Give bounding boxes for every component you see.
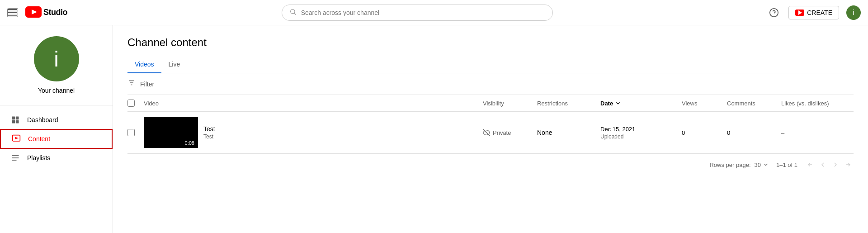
search-box[interactable]	[282, 5, 553, 21]
rows-per-page: Rows per page: 30	[709, 162, 769, 168]
youtube-logo-icon	[25, 6, 42, 19]
tab-videos[interactable]: Videos	[127, 56, 161, 73]
row-comments: 0	[727, 129, 781, 136]
row-checkbox[interactable]	[127, 129, 135, 136]
header-date-label: Date	[600, 100, 613, 107]
header-visibility: Visibility	[483, 100, 537, 107]
header-comments: Comments	[727, 100, 781, 107]
svg-point-2	[290, 10, 294, 14]
main-layout: i Your channel Dashboard	[0, 25, 868, 233]
page-navigation	[805, 159, 854, 170]
svg-marker-11	[15, 137, 19, 139]
header-restrictions: Restrictions	[537, 100, 600, 107]
search-input[interactable]	[301, 9, 545, 16]
row-restrictions: None	[537, 129, 600, 136]
rows-per-page-label: Rows per page:	[709, 162, 750, 168]
playlists-icon	[11, 153, 20, 162]
next-page-button[interactable]	[830, 159, 841, 170]
visibility-icon	[483, 129, 490, 136]
rows-dropdown-icon	[763, 162, 769, 168]
header-date[interactable]: Date	[600, 100, 682, 107]
last-page-button[interactable]	[843, 159, 854, 170]
sidebar: i Your channel Dashboard	[0, 25, 113, 233]
svg-rect-7	[16, 117, 19, 120]
table-header: Video Visibility Restrictions Date Views…	[127, 95, 854, 112]
dashboard-icon	[11, 115, 20, 124]
avatar-letter: i	[853, 9, 854, 17]
date-main: Dec 15, 2021	[600, 126, 682, 133]
search-container	[67, 5, 767, 21]
filter-bar: Filter	[127, 73, 854, 95]
prev-page-button[interactable]	[817, 159, 828, 170]
video-thumbnail[interactable]: 0:08	[144, 117, 198, 148]
menu-button[interactable]	[7, 8, 18, 17]
row-visibility: Private	[483, 129, 537, 136]
svg-rect-9	[16, 120, 19, 124]
sidebar-item-content[interactable]: Content	[0, 129, 113, 149]
topnav-actions: CREATE i	[767, 5, 861, 20]
create-button[interactable]: CREATE	[788, 6, 839, 19]
sidebar-item-dashboard[interactable]: Dashboard	[0, 111, 113, 129]
logo[interactable]: Studio	[25, 6, 67, 19]
row-date: Dec 15, 2021 Uploaded	[600, 126, 682, 140]
video-duration: 0:08	[183, 140, 196, 146]
row-checkbox-col	[127, 129, 144, 136]
video-title[interactable]: Test	[203, 125, 215, 133]
user-avatar-button[interactable]: i	[846, 5, 861, 20]
header-views: Views	[682, 100, 727, 107]
pagination-bar: Rows per page: 30 1–1 of 1	[127, 154, 854, 176]
svg-rect-8	[12, 120, 15, 124]
page-title: Channel content	[127, 36, 854, 49]
help-button[interactable]	[767, 5, 781, 20]
top-navigation: Studio CREATE i	[0, 0, 868, 25]
header-video: Video	[144, 100, 483, 107]
filter-icon	[127, 79, 136, 89]
header-likes: Likes (vs. dislikes)	[781, 100, 854, 107]
page-info: 1–1 of 1	[776, 162, 797, 168]
filter-label[interactable]: Filter	[140, 81, 154, 88]
date-sub: Uploaded	[600, 133, 682, 140]
svg-rect-6	[12, 117, 15, 120]
row-video-col: 0:08 Test Test	[144, 117, 483, 148]
tab-live[interactable]: Live	[161, 56, 188, 73]
channel-avatar: i	[34, 36, 79, 81]
sidebar-item-label-content: Content	[28, 135, 50, 143]
search-icon	[289, 8, 297, 17]
row-likes: –	[781, 129, 854, 136]
video-info: Test Test	[203, 125, 215, 140]
sidebar-navigation: Dashboard Content	[0, 107, 113, 171]
sidebar-divider	[0, 105, 113, 105]
svg-line-3	[294, 13, 296, 15]
create-video-icon	[795, 10, 804, 16]
visibility-label: Private	[493, 129, 511, 136]
channel-name: Your channel	[38, 87, 75, 94]
rows-per-page-value: 30	[755, 162, 761, 168]
create-label: CREATE	[807, 9, 832, 16]
studio-wordmark: Studio	[43, 8, 67, 17]
content-item-wrapper: Content	[0, 129, 113, 149]
select-all-checkbox[interactable]	[127, 100, 135, 107]
table-row: 0:08 Test Test Private None Dec 15, 2021…	[127, 112, 854, 154]
content-area: Channel content Videos Live Filter Video	[113, 25, 868, 233]
row-views: 0	[682, 129, 727, 136]
header-checkbox-col	[127, 100, 144, 107]
tabs-bar: Videos Live	[127, 56, 854, 73]
rows-per-page-select[interactable]: 30	[755, 162, 769, 168]
sidebar-item-label-playlists: Playlists	[27, 154, 50, 162]
video-desc: Test	[203, 133, 215, 140]
sidebar-item-playlists[interactable]: Playlists	[0, 149, 113, 167]
sort-icon	[615, 100, 621, 106]
sidebar-item-label-dashboard: Dashboard	[27, 116, 58, 124]
first-page-button[interactable]	[805, 159, 816, 170]
content-icon	[12, 134, 21, 143]
channel-avatar-letter: i	[54, 47, 59, 71]
